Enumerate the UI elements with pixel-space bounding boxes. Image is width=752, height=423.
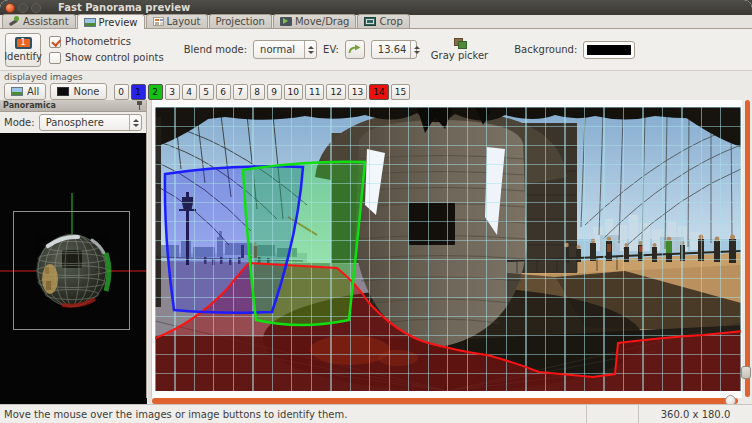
tab-label: Crop — [379, 16, 402, 27]
ev-spinbox[interactable]: 13.64 — [371, 40, 417, 59]
move-drag-icon — [280, 17, 292, 26]
photometrics-row[interactable]: Photometrics — [49, 36, 164, 48]
photometrics-label: Photometrics — [65, 36, 131, 47]
blend-mode-spinner[interactable] — [304, 41, 316, 58]
gray-picker-icon — [453, 38, 467, 49]
image-button-7[interactable]: 7 — [233, 84, 248, 100]
close-button[interactable] — [5, 3, 15, 13]
identify-icon — [15, 37, 32, 49]
blend-mode-value: normal — [260, 44, 295, 55]
image-button-9[interactable]: 9 — [267, 84, 282, 100]
pin-icon[interactable] — [136, 101, 143, 110]
tab-layout[interactable]: Layout — [146, 14, 208, 28]
image-button-10[interactable]: 10 — [284, 84, 303, 100]
tab-label: Projection — [216, 16, 265, 27]
tab-bar: AssistantPreviewLayoutProjectionMove/Dra… — [0, 15, 752, 29]
image-button-13[interactable]: 13 — [348, 84, 367, 100]
image-outline-overlays — [155, 107, 741, 391]
displayed-images-section: displayed images All None 01234567891011… — [0, 71, 752, 100]
mode-spinner[interactable] — [129, 115, 141, 130]
tab-projection[interactable]: Projection — [209, 14, 272, 28]
status-message: Move the mouse over the images or image … — [0, 409, 586, 420]
fast-panorama-preview-window: Fast Panorama preview AssistantPreviewLa… — [0, 0, 752, 423]
all-images-button[interactable]: All — [4, 83, 46, 100]
image-button-15[interactable]: 15 — [391, 84, 410, 100]
status-field-2 — [586, 405, 638, 423]
ev-label: EV: — [323, 44, 339, 55]
show-control-points-label: Show control points — [65, 52, 164, 63]
vertical-scrollbar-thumb[interactable] — [741, 366, 751, 379]
ev-spinner[interactable] — [410, 41, 422, 58]
image-button-14[interactable]: 14 — [369, 84, 388, 100]
mode-label: Mode: — [4, 117, 35, 128]
checkbox-column: Photometrics Show control points — [49, 36, 164, 64]
all-images-label: All — [27, 86, 39, 97]
gray-picker-button[interactable]: Gray picker — [427, 36, 492, 63]
ev-value: 13.64 — [378, 44, 407, 55]
pane-header[interactable]: Panoramica — [0, 100, 146, 112]
image-button-11[interactable]: 11 — [305, 84, 324, 100]
background-label: Background: — [514, 44, 577, 55]
vertical-scrollbar[interactable] — [745, 100, 750, 397]
panosphere-pane: Panoramica Mode: Panosphere — [0, 100, 147, 403]
panosphere-render — [0, 133, 146, 403]
show-control-points-checkbox[interactable] — [49, 52, 61, 64]
image-button-12[interactable]: 12 — [326, 84, 345, 100]
image-button-3[interactable]: 3 — [165, 84, 180, 100]
green-arrow-icon — [348, 44, 361, 55]
image-button-5[interactable]: 5 — [199, 84, 214, 100]
ev-reset-button[interactable] — [345, 40, 365, 59]
none-images-icon — [57, 87, 69, 96]
displayed-images-row: All None 0123456789101112131415 — [4, 83, 748, 100]
none-images-label: None — [73, 86, 99, 97]
image-button-4[interactable]: 4 — [182, 84, 197, 100]
tab-label: Layout — [167, 16, 201, 27]
image-button-row: 0123456789101112131415 — [114, 84, 411, 100]
tab-crop[interactable]: Crop — [357, 14, 409, 28]
image-button-6[interactable]: 6 — [216, 84, 231, 100]
gray-picker-label: Gray picker — [431, 50, 488, 61]
crop-icon — [364, 17, 376, 26]
background-color-button[interactable] — [583, 41, 635, 59]
mode-value: Panosphere — [46, 117, 104, 128]
panosphere-3d-view[interactable] — [0, 133, 146, 403]
show-control-points-row[interactable]: Show control points — [49, 52, 164, 64]
identify-label: Identify — [4, 51, 42, 62]
tab-label: Move/Drag — [295, 16, 349, 27]
tab-label: Assistant — [23, 16, 69, 27]
pano-dimensions: 360.0 x 180.0 — [638, 405, 752, 423]
window-title: Fast Panorama preview — [58, 2, 190, 13]
blend-mode-select[interactable]: normal — [253, 40, 317, 59]
preview-icon — [84, 18, 96, 27]
panorama-preview-canvas[interactable] — [155, 107, 741, 391]
none-images-button[interactable]: None — [50, 83, 106, 100]
minimize-button[interactable] — [18, 3, 28, 13]
layout-icon — [153, 17, 164, 26]
toolbar: Identify Photometrics Show control point… — [0, 29, 752, 71]
status-bar: Move the mouse over the images or image … — [0, 404, 752, 423]
all-images-icon — [11, 87, 23, 96]
background-color-swatch — [587, 45, 631, 55]
tab-move-drag[interactable]: Move/Drag — [273, 14, 356, 28]
identify-button[interactable]: Identify — [5, 33, 41, 67]
displayed-images-label: displayed images — [4, 72, 748, 82]
assistant-icon — [9, 16, 20, 27]
image-button-1[interactable]: 1 — [131, 84, 146, 100]
titlebar[interactable]: Fast Panorama preview — [0, 0, 752, 15]
image-button-2[interactable]: 2 — [148, 84, 163, 100]
maximize-button[interactable] — [31, 3, 41, 13]
tab-label: Preview — [99, 17, 138, 28]
mode-select[interactable]: Panosphere — [39, 114, 142, 131]
pane-title: Panoramica — [3, 101, 56, 110]
tab-assistant[interactable]: Assistant — [2, 14, 76, 28]
photometrics-checkbox[interactable] — [49, 36, 61, 48]
preview-canvas-area[interactable] — [151, 100, 742, 398]
image-button-0[interactable]: 0 — [114, 84, 129, 100]
blend-mode-label: Blend mode: — [184, 44, 247, 55]
mode-row: Mode: Panosphere — [0, 112, 146, 133]
image-button-8[interactable]: 8 — [250, 84, 265, 100]
tab-preview[interactable]: Preview — [77, 14, 145, 29]
